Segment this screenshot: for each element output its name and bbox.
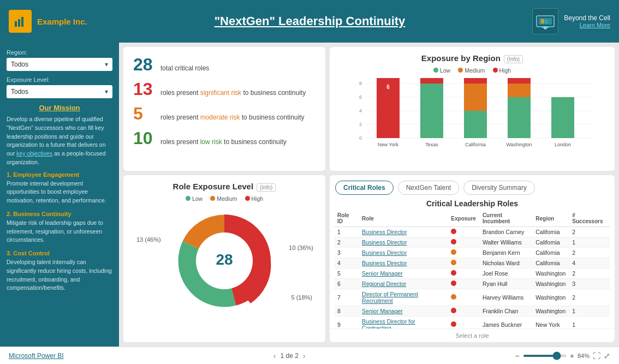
role-link[interactable]: Business Director [362, 239, 407, 246]
cell-incumbent: Brandon Carney [479, 227, 532, 237]
cell-incumbent: Harvey Williams [479, 289, 532, 306]
cell-exposure [448, 227, 479, 237]
cell-region: Washington [532, 306, 569, 317]
table-row[interactable]: 3 Business Director Benjamin Kern Califo… [334, 248, 610, 258]
donut-chart-svg: 28 [170, 206, 279, 313]
col-successors: # Successors [569, 210, 610, 227]
fullscreen-icon[interactable]: ⛶ [593, 351, 600, 360]
expand-icon[interactable]: ⤢ [604, 351, 610, 360]
cell-successors: 1 [569, 317, 610, 329]
cell-region: Washington [532, 279, 569, 289]
region-info-badge[interactable]: (Info) [504, 55, 523, 63]
low-risk-text: low risk [200, 138, 222, 146]
zoom-controls: − + 84% ⛶ ⤢ [515, 351, 610, 360]
mission-text: Develop a diverse pipeline of qualified … [7, 115, 112, 167]
tab-nextgen-talent[interactable]: NextGen Talent [398, 181, 460, 195]
point1-title: 1. Employee Engagement [7, 171, 112, 178]
tab-critical-roles[interactable]: Critical Roles [335, 181, 394, 195]
sig-risk-text: significant risk [200, 89, 241, 97]
prev-page-button[interactable]: ‹ [273, 351, 276, 360]
svg-text:4: 4 [359, 108, 362, 114]
mod-risk-text: moderate risk [200, 114, 240, 121]
cell-id: 3 [334, 248, 359, 258]
cell-region: Washington [532, 289, 569, 306]
role-link[interactable]: Director of Permanent Recruitment [362, 291, 418, 304]
table-row[interactable]: 7 Director of Permanent Recruitment Harv… [334, 289, 610, 306]
cell-incumbent: Ryan Hull [479, 279, 532, 289]
role-link[interactable]: Business Director [362, 249, 407, 256]
cell-id: 6 [334, 279, 359, 289]
pagination: ‹ 1 de 2 › [273, 351, 306, 360]
powerbi-link[interactable]: Microsoft Power BI [9, 352, 64, 360]
exposure-label: Exposure Level: [7, 76, 112, 83]
cell-id: 7 [334, 289, 359, 306]
next-page-button[interactable]: › [303, 351, 306, 360]
table-row[interactable]: 9 Business Director for Contracting Jame… [334, 317, 610, 329]
exposure-dot-icon [451, 249, 456, 255]
region-select[interactable]: Todos [7, 58, 112, 71]
content-top: 28 total critical roles 13 roles present… [123, 47, 615, 171]
donut-title-row: Role Exposure Level (Info) [130, 182, 319, 193]
svg-text:8: 8 [359, 81, 362, 86]
zoom-plus-icon[interactable]: + [570, 351, 574, 360]
cell-region: California [532, 258, 569, 268]
table-row[interactable]: 4 Business Director Nicholas Ward Califo… [334, 258, 610, 268]
zoom-minus-icon[interactable]: − [515, 351, 520, 360]
high-label: roles present significant risk to busine… [160, 89, 306, 97]
key-objectives-link[interactable]: key objectives [16, 150, 52, 157]
sidebar-point-1: 1. Employee Engagement Promote internal … [7, 171, 112, 205]
table-row[interactable]: 6 Regional Director Ryan Hull Washington… [334, 279, 610, 289]
zoom-slider[interactable] [523, 355, 567, 357]
role-link[interactable]: Business Director [362, 260, 407, 266]
region-chart-title: Exposure by Region [421, 53, 501, 63]
cell-role: Regional Director [359, 279, 448, 289]
cell-id: 4 [334, 258, 359, 268]
svg-rect-42 [551, 97, 574, 138]
cell-exposure [448, 306, 479, 317]
cell-role: Director of Permanent Recruitment [359, 289, 448, 306]
mission-title: Our Mission [7, 104, 112, 112]
svg-rect-38 [508, 83, 531, 97]
svg-text:0: 0 [359, 135, 362, 141]
cell-successors: 1 [569, 237, 610, 248]
stat-medium: 5 roles present moderate risk to busines… [133, 104, 316, 124]
table-row[interactable]: 8 Senior Manager Franklin Chan Washingto… [334, 306, 610, 317]
svg-text:California: California [465, 142, 486, 147]
role-link[interactable]: Business Director for Contracting [362, 318, 415, 329]
legend-low: Low [433, 67, 450, 74]
cell-incumbent: Walter Williams [479, 237, 532, 248]
low-label: roles present low risk to business conti… [160, 138, 287, 146]
role-link[interactable]: Senior Manager [362, 308, 403, 314]
total-label: total critical roles [160, 64, 209, 72]
donut-info-badge[interactable]: (Info) [257, 183, 276, 192]
learn-more-link[interactable]: Learn More [564, 22, 610, 28]
col-role: Role [359, 210, 448, 227]
cell-region: New York [532, 317, 569, 329]
svg-rect-39 [508, 78, 531, 83]
exposure-dot-icon [451, 229, 456, 234]
exposure-dot-icon [451, 308, 456, 313]
table-row[interactable]: 1 Business Director Brandon Carney Calif… [334, 227, 610, 237]
svg-rect-1 [18, 19, 20, 27]
tab-diversity-summary[interactable]: Diversity Summary [463, 181, 535, 195]
svg-text:London: London [555, 142, 571, 147]
cell-region: Washington [532, 268, 569, 279]
svg-rect-7 [542, 27, 549, 28]
svg-rect-32 [464, 111, 487, 138]
table-body: 1 Business Director Brandon Carney Calif… [334, 227, 610, 329]
svg-text:2: 2 [359, 122, 362, 127]
role-link[interactable]: Senior Manager [362, 270, 403, 277]
role-link[interactable]: Regional Director [362, 281, 406, 287]
col-region: Region [532, 210, 569, 227]
brand-icon [532, 8, 558, 34]
exposure-select[interactable]: Todos [7, 85, 112, 98]
cell-region: California [532, 237, 569, 248]
cell-exposure [448, 268, 479, 279]
region-chart-title-row: Exposure by Region (Info) [336, 53, 608, 65]
table-row[interactable]: 2 Business Director Walter Williams Cali… [334, 237, 610, 248]
cell-incumbent: Franklin Chan [479, 306, 532, 317]
table-row[interactable]: 5 Senior Manager Joel Rose Washington 2 [334, 268, 610, 279]
cell-role: Business Director [359, 248, 448, 258]
role-link[interactable]: Business Director [362, 229, 407, 235]
exposure-dot-icon [451, 260, 456, 265]
